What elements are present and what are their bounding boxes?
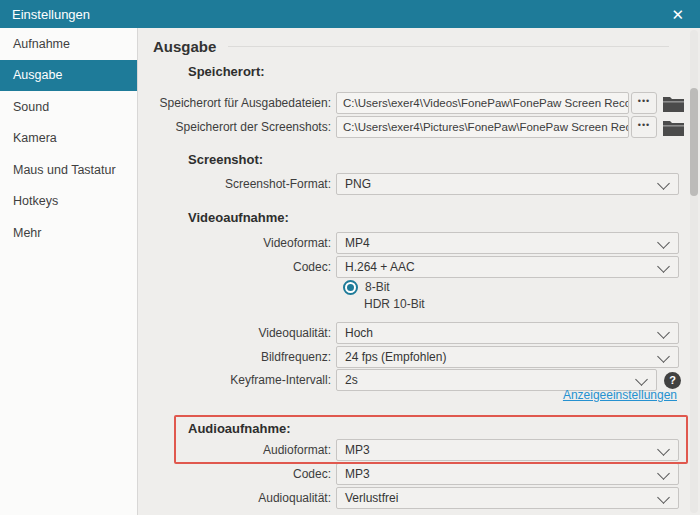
audioaufnahme-heading: Audioaufnahme: xyxy=(188,421,291,437)
video-codec-label: Codec: xyxy=(138,260,331,274)
audio-codec-value: MP3 xyxy=(337,467,370,481)
speicherort-heading: Speicherort: xyxy=(188,64,265,80)
screenshot-path-open-folder-button[interactable] xyxy=(663,118,684,136)
audioquality-row: Audioqualität: Verlustfrei xyxy=(138,487,679,509)
scrollbar-thumb[interactable] xyxy=(690,88,698,196)
screenshot-path-label: Speicherort der Screenshots: xyxy=(138,120,331,134)
audioquality-label: Audioqualität: xyxy=(138,491,331,505)
screenshot-format-row: Screenshot-Format: PNG xyxy=(138,173,679,195)
radio-selected-icon[interactable] xyxy=(343,280,358,295)
sidebar-item-sound[interactable]: Sound xyxy=(0,91,137,123)
ellipsis-icon: ••• xyxy=(638,120,650,130)
audioformat-value: MP3 xyxy=(337,443,370,457)
output-path-browse-button[interactable]: ••• xyxy=(631,92,657,114)
audio-codec-row: Codec: MP3 xyxy=(138,463,679,485)
chevron-down-icon xyxy=(657,326,670,339)
audioformat-row: Audioformat: MP3 xyxy=(138,439,679,461)
audioquality-value: Verlustfrei xyxy=(337,491,398,505)
videoformat-dropdown[interactable]: MP4 xyxy=(336,232,679,254)
folder-icon xyxy=(663,119,684,136)
close-icon[interactable]: ✕ xyxy=(667,5,688,24)
display-settings-link-row: Anzeigeeinstellungen xyxy=(138,385,677,403)
title-bar: Einstellungen ✕ xyxy=(0,0,700,28)
sidebar-item-ausgabe[interactable]: Ausgabe xyxy=(0,60,137,92)
chevron-down-icon xyxy=(657,491,670,504)
screenshot-path-browse-button[interactable]: ••• xyxy=(631,116,657,138)
sidebar-item-label: Hotkeys xyxy=(13,194,58,208)
videoquality-label: Videoqualität: xyxy=(138,326,331,340)
content-panel: Ausgabe Speicherort: Speicherort für Aus… xyxy=(138,28,700,515)
sidebar-item-maus-und-tastatur[interactable]: Maus und Tastatur xyxy=(0,154,137,186)
videoformat-label: Videoformat: xyxy=(138,236,331,250)
framerate-value: 24 fps (Empfohlen) xyxy=(337,350,446,364)
output-path-label: Speicherort für Ausgabedateien: xyxy=(138,96,331,110)
framerate-row: Bildfrequenz: 24 fps (Empfohlen) xyxy=(138,346,679,368)
videoquality-value: Hoch xyxy=(337,326,373,340)
audioquality-dropdown[interactable]: Verlustfrei xyxy=(336,487,679,509)
sidebar: Aufnahme Ausgabe Sound Kamera Maus und T… xyxy=(0,28,138,515)
screenshot-path-value: C:\Users\exer4\Pictures\FonePaw\FonePaw … xyxy=(337,121,628,133)
output-path-open-folder-button[interactable] xyxy=(663,94,684,112)
sidebar-item-hotkeys[interactable]: Hotkeys xyxy=(0,186,137,218)
chevron-down-icon xyxy=(657,467,670,480)
sidebar-item-mehr[interactable]: Mehr xyxy=(0,217,137,249)
bit-depth-hdr10-option[interactable]: HDR 10-Bit xyxy=(364,295,425,313)
sidebar-item-label: Ausgabe xyxy=(13,68,62,82)
bit-depth-8bit-label: 8-Bit xyxy=(365,280,390,294)
title-divider xyxy=(228,46,669,47)
screenshot-format-value: PNG xyxy=(337,177,371,191)
framerate-dropdown[interactable]: 24 fps (Empfohlen) xyxy=(336,346,679,368)
screenshot-heading: Screenshot: xyxy=(188,152,263,168)
output-path-row: Speicherort für Ausgabedateien: C:\Users… xyxy=(138,92,684,114)
videoquality-dropdown[interactable]: Hoch xyxy=(336,322,679,344)
chevron-down-icon xyxy=(635,373,648,386)
sidebar-item-label: Aufnahme xyxy=(13,37,70,51)
sidebar-item-label: Kamera xyxy=(13,131,57,145)
output-path-value: C:\Users\exer4\Videos\FonePaw\FonePaw Sc… xyxy=(337,97,628,109)
sidebar-item-label: Mehr xyxy=(13,226,41,240)
bit-depth-hdr10-label: HDR 10-Bit xyxy=(364,297,425,311)
audioformat-dropdown[interactable]: MP3 xyxy=(336,439,679,461)
sidebar-item-label: Maus und Tastatur xyxy=(13,163,116,177)
screenshot-path-field[interactable]: C:\Users\exer4\Pictures\FonePaw\FonePaw … xyxy=(336,116,629,138)
videoformat-value: MP4 xyxy=(337,236,370,250)
sidebar-item-kamera[interactable]: Kamera xyxy=(0,123,137,155)
chevron-down-icon xyxy=(657,443,670,456)
screenshot-path-row: Speicherort der Screenshots: C:\Users\ex… xyxy=(138,116,684,138)
audioformat-label: Audioformat: xyxy=(138,443,331,457)
display-settings-link[interactable]: Anzeigeeinstellungen xyxy=(563,388,677,402)
videoquality-row: Videoqualität: Hoch xyxy=(138,322,679,344)
folder-icon xyxy=(663,95,684,112)
settings-dialog: Einstellungen ✕ Aufnahme Ausgabe Sound K… xyxy=(0,0,700,515)
chevron-down-icon xyxy=(657,177,670,190)
chevron-down-icon xyxy=(657,236,670,249)
video-codec-dropdown[interactable]: H.264 + AAC xyxy=(336,256,679,278)
sidebar-item-aufnahme[interactable]: Aufnahme xyxy=(0,28,137,60)
page-title: Ausgabe xyxy=(153,38,216,55)
videoformat-row: Videoformat: MP4 xyxy=(138,232,679,254)
bit-depth-8bit-option[interactable]: 8-Bit xyxy=(343,278,390,296)
video-codec-row: Codec: H.264 + AAC xyxy=(138,256,679,278)
screenshot-format-label: Screenshot-Format: xyxy=(138,177,331,191)
video-codec-value: H.264 + AAC xyxy=(337,260,415,274)
output-path-field[interactable]: C:\Users\exer4\Videos\FonePaw\FonePaw Sc… xyxy=(336,92,629,114)
chevron-down-icon xyxy=(657,260,670,273)
window-title: Einstellungen xyxy=(12,7,90,22)
ellipsis-icon: ••• xyxy=(638,96,650,106)
screenshot-format-dropdown[interactable]: PNG xyxy=(336,173,679,195)
chevron-down-icon xyxy=(657,350,670,363)
sidebar-item-label: Sound xyxy=(13,100,49,114)
audio-codec-label: Codec: xyxy=(138,467,331,481)
framerate-label: Bildfrequenz: xyxy=(138,350,331,364)
page-title-row: Ausgabe xyxy=(153,33,669,59)
audio-codec-dropdown[interactable]: MP3 xyxy=(336,463,679,485)
radio-dot xyxy=(347,284,354,291)
videoaufnahme-heading: Videoaufnahme: xyxy=(188,210,289,226)
